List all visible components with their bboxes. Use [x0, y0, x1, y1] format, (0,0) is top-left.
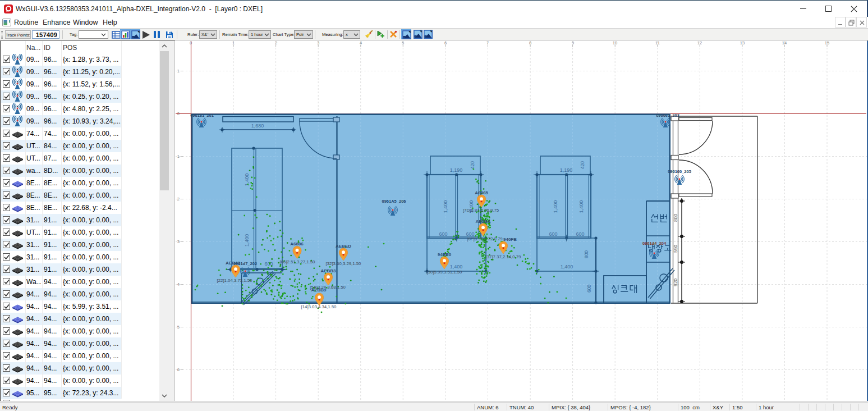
svg-text:0961d4_204: 0961d4_204 [642, 241, 667, 246]
svg-text:4: 4 [177, 282, 180, 287]
svg-text:AED8A: AED8A [475, 219, 490, 224]
svg-text:[14]3.03,4.34,1.50: [14]3.03,4.34,1.50 [301, 304, 337, 309]
svg-text:420: 420 [470, 161, 475, 169]
svg-text:600: 600 [586, 285, 592, 293]
svg-text:3: 3 [317, 40, 319, 45]
svg-text:[32]3.60,3.29,1.50: [32]3.60,3.29,1.50 [326, 261, 362, 266]
svg-text:AEBED: AEBED [336, 244, 351, 249]
svg-text:4: 4 [360, 40, 362, 45]
svg-text:600: 600 [439, 231, 447, 237]
svg-text:096160_205: 096160_205 [668, 169, 691, 174]
svg-text:1,400: 1,400 [244, 234, 250, 247]
svg-text:[6F]6.96,2.72,0.79: [6F]6.96,2.72,0.79 [467, 236, 502, 241]
svg-text:1,680: 1,680 [251, 123, 264, 129]
svg-text:94BE0: 94BE0 [438, 252, 452, 257]
svg-text:6: 6 [177, 367, 180, 372]
svg-text:A6865: A6865 [475, 190, 488, 195]
svg-text:[06]2.51,3.27,1.50: [06]2.51,3.27,1.50 [280, 259, 316, 264]
svg-text:1,190: 1,190 [450, 167, 463, 173]
svg-text:14: 14 [782, 40, 787, 45]
svg-text:[7D]6.87,2.06,0.75: [7D]6.87,2.06,0.75 [463, 208, 499, 213]
svg-text:9: 9 [572, 40, 574, 45]
svg-text:1: 1 [232, 40, 235, 45]
svg-text:AEBB3: AEBB3 [320, 268, 336, 273]
svg-text:A6806: A6806 [290, 241, 304, 246]
svg-text:420: 420 [580, 161, 585, 169]
svg-text:[37]7.37,2.14,0.79: [37]7.37,2.14,0.79 [486, 254, 521, 259]
svg-text:6: 6 [444, 40, 447, 45]
svg-text:920: 920 [673, 278, 678, 286]
svg-text:13: 13 [740, 40, 745, 45]
svg-text:2: 2 [177, 197, 180, 202]
svg-text:1,400: 1,400 [443, 200, 448, 213]
svg-text:1,190: 1,190 [560, 167, 573, 173]
svg-text:7: 7 [486, 40, 489, 45]
svg-text:1,400: 1,400 [561, 264, 573, 270]
svg-text:12: 12 [697, 40, 702, 45]
svg-text:800: 800 [673, 214, 678, 222]
svg-text:10: 10 [613, 40, 617, 45]
svg-text:0961A5_206: 0961A5_206 [382, 199, 406, 204]
svg-text:1,400: 1,400 [244, 173, 250, 186]
svg-text:[5A]3.24,3.68,1.50: [5A]3.24,3.68,1.50 [310, 285, 346, 290]
svg-text:5: 5 [402, 40, 404, 45]
svg-text:3: 3 [177, 239, 180, 244]
svg-text:1: 1 [177, 154, 180, 159]
svg-text:0960e1_203: 0960e1_203 [656, 113, 679, 118]
svg-text:1,400: 1,400 [450, 264, 463, 270]
svg-text:600: 600 [576, 231, 584, 237]
svg-text:5: 5 [177, 325, 180, 330]
svg-text:8: 8 [529, 40, 531, 45]
svg-text:1: 1 [177, 68, 180, 74]
svg-text:1,400: 1,400 [553, 200, 558, 213]
svg-text:AEB43: AEB43 [226, 261, 240, 266]
svg-text:2: 2 [275, 40, 277, 45]
svg-text:940FB: 940FB [503, 237, 517, 242]
svg-text:15: 15 [825, 40, 829, 45]
svg-text:1,400: 1,400 [578, 200, 584, 213]
svg-text:096181_201: 096181_201 [190, 113, 214, 118]
svg-text:[22]1.04,3.73,1.50: [22]1.04,3.73,1.50 [217, 278, 253, 283]
svg-text:11: 11 [655, 40, 660, 45]
svg-text:590: 590 [673, 245, 678, 253]
svg-text:600: 600 [549, 231, 557, 237]
svg-text:800: 800 [584, 250, 589, 258]
svg-text:[30]5.99,3.51,1.50: [30]5.99,3.51,1.50 [427, 270, 463, 275]
